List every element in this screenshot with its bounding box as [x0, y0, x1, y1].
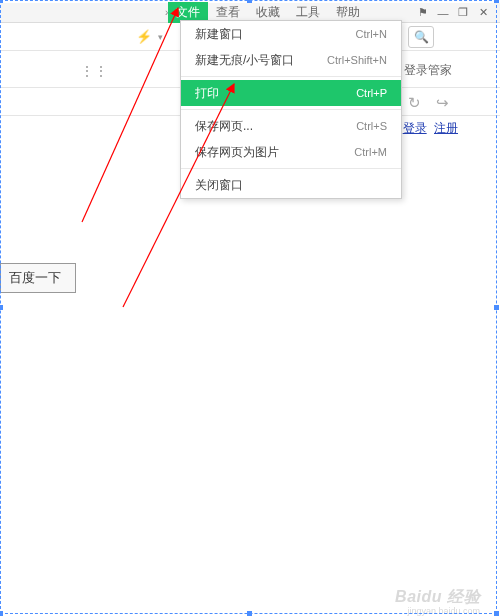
menu-item-label: 新建窗口 — [195, 26, 243, 43]
menu-item-shortcut: Ctrl+M — [354, 146, 387, 158]
login-manager-label: 登录管家 — [404, 62, 452, 79]
resize-handle[interactable] — [0, 611, 3, 616]
search-box[interactable]: 🔍 — [408, 26, 434, 48]
menu-separator — [181, 76, 401, 77]
resize-handle[interactable] — [0, 305, 3, 310]
reload-icon[interactable]: ↻ — [408, 94, 424, 110]
pin-button[interactable]: ⚑ — [414, 5, 432, 21]
menu-separator — [181, 168, 401, 169]
resize-handle[interactable] — [247, 611, 252, 616]
register-link[interactable]: 注册 — [434, 121, 458, 135]
close-button[interactable]: ✕ — [474, 5, 492, 21]
bolt-icon[interactable]: ⚡ — [136, 29, 152, 44]
menu-item-label: 保存网页... — [195, 118, 253, 135]
chevron-down-icon[interactable]: ▾ — [158, 32, 163, 42]
grip-icon: ⋮⋮ — [80, 63, 108, 79]
baidu-search-button[interactable]: 百度一下 — [0, 263, 76, 293]
restore-button[interactable]: ❐ — [454, 5, 472, 21]
menu-new-window[interactable]: 新建窗口 Ctrl+N — [181, 21, 401, 47]
menu-item-label: 新建无痕/小号窗口 — [195, 52, 294, 69]
forward-icon[interactable]: ↪ — [436, 94, 452, 110]
resize-handle[interactable] — [494, 0, 499, 3]
menu-save-as-image[interactable]: 保存网页为图片 Ctrl+M — [181, 139, 401, 165]
resize-handle[interactable] — [247, 0, 252, 3]
menu-save-page[interactable]: 保存网页... Ctrl+S — [181, 113, 401, 139]
login-link[interactable]: 登录 — [403, 121, 427, 135]
menu-separator — [181, 109, 401, 110]
menu-item-shortcut: Ctrl+S — [356, 120, 387, 132]
window-controls: ⚑ — ❐ ✕ — [414, 5, 500, 21]
watermark-url: jingyan.baidu.com — [407, 606, 480, 616]
search-icon: 🔍 — [414, 30, 429, 44]
auth-links: 登录 注册 — [399, 120, 458, 137]
menu-print[interactable]: 打印 Ctrl+P — [181, 80, 401, 106]
menu-item-label: 关闭窗口 — [195, 177, 243, 194]
menu-item-shortcut: Ctrl+N — [356, 28, 387, 40]
menu-item-shortcut: Ctrl+P — [356, 87, 387, 99]
file-dropdown-menu: 新建窗口 Ctrl+N 新建无痕/小号窗口 Ctrl+Shift+N 打印 Ct… — [180, 20, 402, 199]
watermark: Baidu 经验 — [395, 587, 480, 608]
menu-item-label: 打印 — [195, 85, 219, 102]
resize-handle[interactable] — [494, 611, 499, 616]
menu-item-label: 保存网页为图片 — [195, 144, 279, 161]
menu-item-shortcut: Ctrl+Shift+N — [327, 54, 387, 66]
minimize-button[interactable]: — — [434, 5, 452, 21]
resize-handle[interactable] — [0, 0, 3, 3]
menu-new-incognito[interactable]: 新建无痕/小号窗口 Ctrl+Shift+N — [181, 47, 401, 73]
resize-handle[interactable] — [494, 305, 499, 310]
menu-close-window[interactable]: 关闭窗口 — [181, 172, 401, 198]
